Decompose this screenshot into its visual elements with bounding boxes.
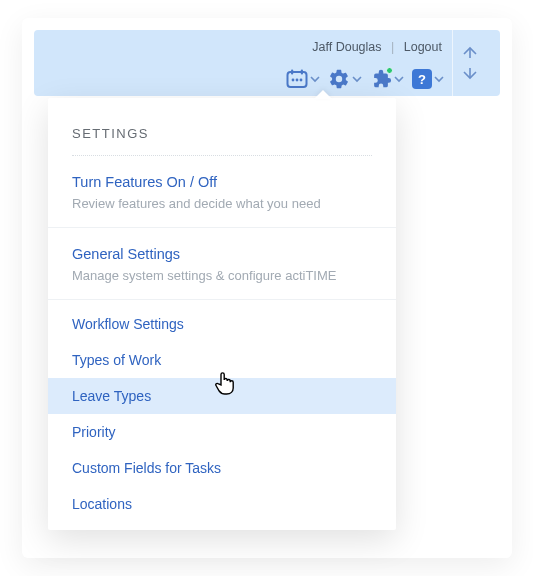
- dropdown-block-general[interactable]: General Settings Manage system settings …: [48, 228, 396, 300]
- integrations-menu[interactable]: [370, 68, 404, 90]
- logout-link[interactable]: Logout: [404, 40, 442, 54]
- help-icon: ?: [412, 69, 432, 89]
- dropdown-block-head: General Settings: [72, 246, 372, 262]
- settings-dropdown: SETTINGS Turn Features On / Off Review f…: [48, 98, 396, 530]
- svg-rect-1: [291, 70, 293, 75]
- dropdown-block-head: Turn Features On / Off: [72, 174, 372, 190]
- dropdown-title: SETTINGS: [48, 98, 396, 155]
- settings-menu-trigger[interactable]: [328, 68, 362, 90]
- notification-dot: [386, 67, 393, 74]
- svg-point-4: [296, 79, 299, 82]
- dropdown-item-custom-fields[interactable]: Custom Fields for Tasks: [48, 450, 396, 486]
- chevron-down-icon: [352, 74, 362, 84]
- dropdown-block-sub: Manage system settings & configure actiT…: [72, 268, 372, 283]
- expand-icon[interactable]: [461, 45, 479, 59]
- gear-icon: [328, 68, 350, 90]
- dropdown-item-leave-types[interactable]: Leave Types: [48, 378, 396, 414]
- dropdown-item-priority[interactable]: Priority: [48, 414, 396, 450]
- dropdown-item-locations[interactable]: Locations: [48, 486, 396, 522]
- help-menu[interactable]: ?: [412, 69, 444, 89]
- app-panel: Jaff Douglas | Logout: [22, 18, 512, 558]
- svg-point-3: [292, 79, 295, 82]
- puzzle-icon: [370, 68, 392, 90]
- user-name-link[interactable]: Jaff Douglas: [312, 40, 381, 54]
- chevron-down-icon: [394, 74, 404, 84]
- dropdown-item-types-of-work[interactable]: Types of Work: [48, 342, 396, 378]
- collapse-icon[interactable]: [461, 67, 479, 81]
- dropdown-list: Workflow Settings Types of Work Leave Ty…: [48, 300, 396, 522]
- dropdown-block-sub: Review features and decide what you need: [72, 196, 372, 211]
- top-bar: Jaff Douglas | Logout: [34, 30, 500, 96]
- dropdown-block-features[interactable]: Turn Features On / Off Review features a…: [48, 156, 396, 228]
- user-line: Jaff Douglas | Logout: [312, 40, 442, 54]
- separator: |: [391, 40, 394, 54]
- dropdown-item-workflow-settings[interactable]: Workflow Settings: [48, 306, 396, 342]
- chevron-down-icon: [310, 74, 320, 84]
- toolbar: ?: [286, 68, 444, 90]
- svg-rect-2: [301, 70, 303, 75]
- calendar-menu[interactable]: [286, 69, 320, 89]
- svg-point-5: [300, 79, 303, 82]
- chevron-down-icon: [434, 74, 444, 84]
- expand-collapse-group: [452, 30, 486, 96]
- calendar-icon: [286, 69, 308, 89]
